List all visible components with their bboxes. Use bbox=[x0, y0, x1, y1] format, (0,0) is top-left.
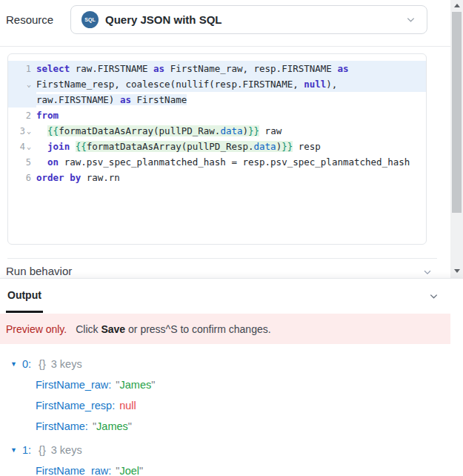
code-text: FirstName_resp, coalesce(nullif(resp.FIR… bbox=[36, 76, 337, 92]
tree-kv-row: FirstName_resp:null bbox=[0, 395, 450, 416]
code-token: null bbox=[304, 79, 326, 90]
tree-index-row: ▼0:{}3 keys bbox=[0, 354, 450, 374]
gutter-cell: ⌄ bbox=[8, 76, 36, 92]
output-panel: Output Preview only. Click Save or press… bbox=[0, 279, 463, 476]
null-value: null bbox=[119, 400, 136, 411]
code-token: as bbox=[120, 94, 131, 105]
tree-key-count: 3 keys bbox=[51, 444, 82, 456]
line-number: 3 bbox=[20, 126, 25, 136]
banner-save-word: Save bbox=[101, 323, 125, 335]
code-token: resp bbox=[293, 141, 321, 152]
code-token: FirstName_resp, coalesce(nullif(resp.FIR… bbox=[36, 79, 304, 90]
resource-dropdown[interactable]: SQL Query JSON with SQL bbox=[70, 5, 427, 34]
sql-badge-icon: SQL bbox=[81, 11, 99, 28]
code-row[interactable]: 4⌄ join {{formatDataAsArray(pullPD_Resp.… bbox=[8, 139, 426, 154]
sql-code-editor[interactable]: 1select raw.FIRSTNAME as FirstName_raw, … bbox=[7, 53, 427, 245]
gutter-cell: 5 bbox=[8, 154, 36, 170]
code-row[interactable]: ⌄FirstName_resp, coalesce(nullif(resp.FI… bbox=[8, 76, 426, 92]
resource-dropdown-value: Query JSON with SQL bbox=[105, 13, 222, 26]
code-token: data bbox=[220, 125, 242, 136]
code-token bbox=[36, 141, 47, 152]
chevron-down-icon[interactable] bbox=[428, 291, 439, 302]
code-token: {{ bbox=[47, 125, 59, 136]
code-token: {{ bbox=[76, 141, 87, 152]
tree-kv-row: FirstName_raw:"Joel" bbox=[0, 460, 450, 476]
code-token: }} bbox=[282, 141, 293, 152]
code-text: raw.FIRSTNAME) as FirstName bbox=[36, 92, 187, 108]
gutter-cell: 3⌄ bbox=[8, 123, 36, 139]
resource-label: Resource bbox=[6, 13, 53, 26]
gutter-cell: 1 bbox=[8, 61, 36, 76]
tree-key: FirstName: bbox=[36, 420, 88, 432]
tree-value: null bbox=[119, 400, 136, 411]
code-text: select raw.FIRSTNAME as FirstName_raw, r… bbox=[36, 61, 348, 76]
code-token: formatDataAsArray(pullPD_Raw bbox=[59, 125, 215, 136]
code-token bbox=[36, 156, 47, 168]
gutter-cell: 6 bbox=[8, 170, 36, 185]
chevron-down-icon[interactable] bbox=[422, 267, 433, 277]
code-token: raw bbox=[259, 125, 282, 136]
expand-triangle-icon[interactable]: ▼ bbox=[10, 360, 19, 368]
fold-chevron-icon[interactable]: ⌄ bbox=[27, 128, 31, 135]
query-editor-screen: Resource SQL Query JSON with SQL 1select… bbox=[0, 0, 463, 476]
tree-kv-row: FirstName:"James" bbox=[0, 416, 450, 437]
fold-chevron-icon[interactable]: ⌄ bbox=[27, 81, 31, 88]
tree-braces: {} bbox=[39, 358, 46, 370]
quote: " bbox=[151, 379, 155, 391]
tree-value: "Joel" bbox=[116, 465, 143, 476]
line-number: 1 bbox=[26, 64, 31, 74]
code-row[interactable]: 6order by raw.rn bbox=[8, 170, 426, 185]
scroll-up-arrow[interactable] bbox=[450, 0, 463, 11]
code-token: join bbox=[47, 141, 70, 152]
tree-kv-row: FirstName_raw:"James" bbox=[0, 374, 450, 395]
tree-braces: {} bbox=[39, 444, 46, 456]
preview-only-banner: Preview only. Click Save or press^S to c… bbox=[0, 314, 450, 344]
tab-output[interactable]: Output bbox=[6, 279, 43, 313]
code-row[interactable]: 5 on raw.psv_spec_planmatched_hash = res… bbox=[8, 154, 426, 170]
banner-text: Click Save or press^S to confirm changes… bbox=[76, 323, 270, 335]
code-token: . bbox=[248, 141, 254, 152]
code-token: ) bbox=[242, 125, 248, 136]
code-token: as bbox=[153, 63, 164, 74]
code-text: {{formatDataAsArray(pullPD_Raw.data)}} r… bbox=[36, 123, 282, 139]
line-number: 6 bbox=[26, 173, 31, 183]
tree-key: FirstName_raw: bbox=[36, 379, 111, 391]
gutter-cell bbox=[8, 92, 36, 108]
string-value: Joel bbox=[119, 465, 139, 476]
quote: " bbox=[139, 465, 143, 476]
code-text: order by raw.rn bbox=[36, 170, 120, 185]
run-behavior-section-header[interactable]: Run behavior bbox=[6, 265, 72, 277]
code-row[interactable]: 2from bbox=[8, 108, 426, 123]
chevron-down-icon bbox=[405, 14, 416, 25]
code-token: FirstName_raw, resp.FIRSTNAME bbox=[164, 63, 337, 74]
code-token bbox=[70, 141, 76, 152]
code-text: on raw.psv_spec_planmatched_hash = resp.… bbox=[36, 154, 410, 170]
code-text: join {{formatDataAsArray(pullPD_Resp.dat… bbox=[36, 139, 321, 154]
scrollbar-track[interactable] bbox=[450, 0, 463, 278]
expand-triangle-icon[interactable]: ▼ bbox=[10, 446, 19, 454]
scroll-down-arrow[interactable] bbox=[450, 265, 463, 277]
code-token: as bbox=[337, 63, 348, 74]
code-row[interactable]: 3⌄ {{formatDataAsArray(pullPD_Raw.data)}… bbox=[8, 123, 426, 139]
code-token: order by bbox=[36, 172, 81, 183]
code-row[interactable]: raw.FIRSTNAME) as FirstName bbox=[8, 92, 426, 108]
tree-value: "James" bbox=[93, 420, 132, 432]
gutter-cell: 2 bbox=[8, 108, 36, 123]
scrollbar-thumb[interactable] bbox=[452, 12, 462, 213]
tree-value: "James" bbox=[116, 379, 155, 391]
code-token: ), bbox=[326, 79, 337, 90]
code-token: on bbox=[47, 156, 59, 168]
quote: " bbox=[128, 420, 132, 432]
tree-index-label: 1: bbox=[22, 444, 31, 456]
code-lines: 1select raw.FIRSTNAME as FirstName_raw, … bbox=[8, 61, 426, 185]
code-token: data bbox=[254, 141, 276, 152]
code-token: raw.FIRSTNAME) bbox=[36, 94, 120, 105]
fold-chevron-icon[interactable]: ⌄ bbox=[27, 143, 31, 151]
code-token: FirstName bbox=[131, 94, 187, 105]
code-token: }} bbox=[248, 125, 259, 136]
divider bbox=[0, 46, 450, 47]
code-token: raw.rn bbox=[81, 172, 120, 183]
string-value: James bbox=[119, 379, 151, 391]
code-row[interactable]: 1select raw.FIRSTNAME as FirstName_raw, … bbox=[8, 61, 426, 76]
code-token bbox=[36, 125, 47, 136]
